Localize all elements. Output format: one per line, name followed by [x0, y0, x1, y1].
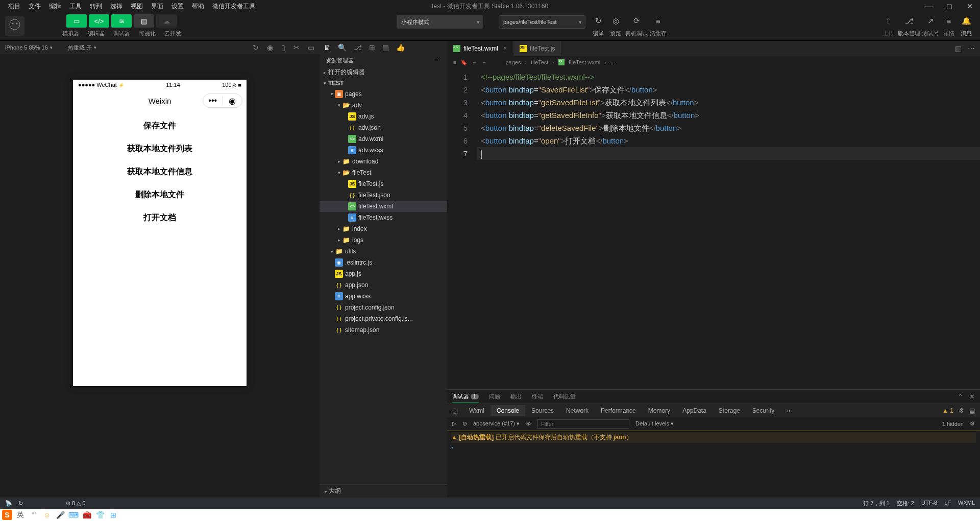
- bc-bookmark-icon[interactable]: 🔖: [460, 59, 468, 66]
- device-selector[interactable]: iPhone 5 85% 16: [5, 44, 53, 51]
- upload-button[interactable]: ⇧: [880, 14, 896, 28]
- capsule-menu-icon[interactable]: •••: [203, 96, 223, 105]
- sim-record-icon[interactable]: ◉: [267, 43, 273, 52]
- sim-cut-icon[interactable]: ✂: [293, 43, 300, 52]
- devtab-performance[interactable]: Performance: [595, 405, 642, 416]
- menu-edit[interactable]: 编辑: [45, 1, 65, 12]
- ime-grid-icon[interactable]: ⊞: [108, 510, 118, 520]
- status-lang[interactable]: WXML: [958, 500, 975, 507]
- mode-dropdown[interactable]: 小程序模式: [397, 15, 483, 29]
- phone-btn-save[interactable]: 保存文件: [104, 115, 216, 136]
- devtab-sources[interactable]: Sources: [525, 405, 560, 416]
- editor-more-icon[interactable]: ⋯: [968, 44, 975, 53]
- devtools-dock-icon[interactable]: ▤: [969, 407, 975, 414]
- panel-close-icon[interactable]: ✕: [969, 393, 975, 400]
- debugger-toggle[interactable]: ≋: [111, 14, 132, 28]
- tree-pages[interactable]: ▾▣pages: [320, 88, 447, 100]
- panel-tab-output[interactable]: 输出: [510, 391, 522, 402]
- menu-wxdevtools[interactable]: 微信开发者工具: [208, 1, 259, 12]
- tab-fileTest-js[interactable]: JS fileTest.js: [513, 41, 561, 56]
- devtab-console[interactable]: Console: [491, 405, 525, 416]
- hidden-count[interactable]: 1 hidden: [942, 421, 964, 427]
- menu-file[interactable]: 文件: [24, 1, 45, 12]
- tree-adv-js[interactable]: JSadv.js: [320, 111, 447, 122]
- test-account-button[interactable]: ↗: [923, 14, 939, 28]
- devtab-wxml[interactable]: Wxml: [463, 405, 491, 416]
- tree-adv-json[interactable]: adv.json: [320, 122, 447, 133]
- tree-fileTest-js[interactable]: JSfileTest.js: [320, 178, 447, 190]
- capsule-button[interactable]: ••• ◉: [203, 93, 242, 108]
- tree-project-config[interactable]: project.config.json: [320, 302, 447, 313]
- devtab-appdata[interactable]: AppData: [676, 405, 713, 416]
- maximize-button[interactable]: ◻: [939, 2, 960, 10]
- explorer-ext3-icon[interactable]: 👍: [396, 43, 405, 52]
- sim-refresh-icon[interactable]: ↻: [253, 43, 259, 52]
- context-selector[interactable]: appservice (#17): [473, 420, 520, 427]
- capsule-close-icon[interactable]: ◉: [223, 96, 242, 106]
- ime-punct-icon[interactable]: °': [29, 510, 39, 520]
- section-test[interactable]: TEST: [320, 78, 447, 88]
- explorer-search-icon[interactable]: 🔍: [338, 43, 347, 52]
- panel-tab-terminal[interactable]: 终端: [532, 391, 543, 402]
- bc-file[interactable]: fileTest.wxml: [569, 59, 600, 65]
- tab-fileTest-wxml[interactable]: <> fileTest.wxml×: [447, 41, 513, 56]
- explorer-files-icon[interactable]: 🗎: [324, 43, 331, 52]
- console-play-icon[interactable]: ▷: [452, 420, 456, 427]
- console-clear-icon[interactable]: ⊘: [462, 420, 467, 427]
- status-encoding[interactable]: UTF-8: [921, 500, 937, 507]
- console-settings-icon[interactable]: ⚙: [970, 420, 975, 427]
- menu-help[interactable]: 帮助: [188, 1, 208, 12]
- tree-logs[interactable]: ▸logs: [320, 234, 447, 246]
- bc-list-icon[interactable]: ≡: [453, 59, 456, 65]
- menu-interface[interactable]: 界面: [147, 1, 167, 12]
- explorer-ext2-icon[interactable]: ▤: [382, 43, 389, 52]
- details-button[interactable]: ≡: [941, 14, 957, 28]
- status-eol[interactable]: LF: [944, 500, 951, 507]
- compile-button[interactable]: ↻: [591, 14, 606, 28]
- tree-adv-wxml[interactable]: <>adv.wxml: [320, 133, 447, 145]
- menu-project[interactable]: 项目: [4, 1, 24, 12]
- close-button[interactable]: ✕: [960, 2, 980, 10]
- status-broadcast-icon[interactable]: 📡: [5, 500, 12, 507]
- explorer-ext1-icon[interactable]: ⊞: [369, 43, 375, 52]
- panel-collapse-icon[interactable]: ⌃: [958, 393, 963, 400]
- devtools-settings-icon[interactable]: ⚙: [959, 407, 964, 414]
- status-position[interactable]: 行 7，列 1: [863, 500, 889, 507]
- phone-btn-getinfo[interactable]: 获取本地文件信息: [104, 161, 216, 182]
- ime-logo-icon[interactable]: S: [2, 510, 12, 520]
- menu-goto[interactable]: 转到: [86, 1, 106, 12]
- panel-tab-debugger[interactable]: 调试器1: [452, 391, 479, 403]
- console-output[interactable]: ▲ [自动热重载] 已开启代码文件保存后自动热重载（不支持 json） ›: [447, 431, 980, 498]
- explorer-git-icon[interactable]: ⎇: [354, 43, 362, 52]
- devtab-storage[interactable]: Storage: [713, 405, 746, 416]
- bc-fwd-icon[interactable]: →: [481, 59, 487, 65]
- bc-back-icon[interactable]: ←: [472, 59, 477, 65]
- tree-app-js[interactable]: JSapp.js: [320, 268, 447, 279]
- filter-input[interactable]: [537, 419, 629, 429]
- section-open-editors[interactable]: 打开的编辑器: [320, 66, 447, 78]
- close-icon[interactable]: ×: [503, 45, 507, 52]
- visual-toggle[interactable]: ▤: [134, 14, 154, 28]
- clear-cache-button[interactable]: ≡: [651, 14, 666, 28]
- phone-btn-open[interactable]: 打开文档: [104, 207, 216, 228]
- version-button[interactable]: ⎇: [901, 14, 917, 28]
- panel-tab-quality[interactable]: 代码质量: [553, 391, 576, 402]
- warn-count[interactable]: ▲ 1: [942, 407, 953, 414]
- menu-settings[interactable]: 设置: [167, 1, 188, 12]
- tree-fileTest[interactable]: ▾fileTest: [320, 167, 447, 178]
- bc-fileTest[interactable]: fileTest: [531, 59, 548, 65]
- tree-app-wxss[interactable]: #app.wxss: [320, 291, 447, 302]
- panel-tab-problems[interactable]: 问题: [489, 391, 500, 402]
- bc-pages[interactable]: pages: [505, 59, 521, 65]
- bc-more[interactable]: ...: [610, 59, 615, 65]
- tree-index[interactable]: ▸index: [320, 223, 447, 234]
- console-eye-icon[interactable]: 👁: [526, 421, 531, 427]
- sim-dock-icon[interactable]: ▭: [308, 43, 314, 52]
- editor-toggle[interactable]: </>: [89, 14, 109, 28]
- tree-adv[interactable]: ▾adv: [320, 100, 447, 111]
- status-problems[interactable]: ⊘ 0 △ 0: [66, 500, 85, 507]
- tree-fileTest-json[interactable]: fileTest.json: [320, 190, 447, 201]
- explorer-more-icon[interactable]: ⋯: [435, 57, 441, 64]
- code-editor[interactable]: 1234567 <!--pages/fileTest/fileTest.wxml…: [447, 68, 980, 389]
- tree-eslintrc[interactable]: ◉.eslintrc.js: [320, 257, 447, 268]
